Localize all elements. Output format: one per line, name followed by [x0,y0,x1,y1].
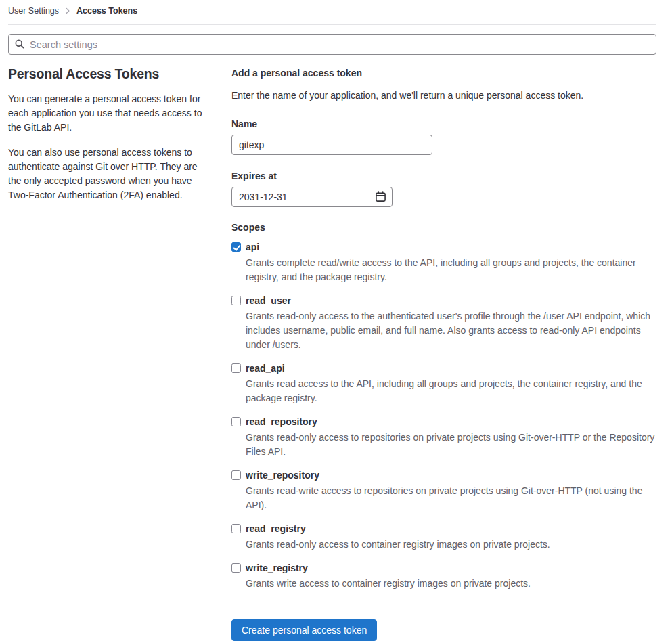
scope-description: Grants complete read/write access to the… [246,256,656,284]
expires-at-input[interactable] [231,187,393,207]
checkbox-read-api[interactable] [231,363,241,373]
scope-description: Grants read-write access to repositories… [246,484,656,512]
checkbox-api[interactable] [231,242,241,252]
scope-name[interactable]: write_registry [246,562,308,573]
calendar-icon[interactable] [375,191,386,202]
create-token-button[interactable]: Create personal access token [231,619,377,641]
scope-name[interactable]: read_registry [246,523,306,534]
section-description-column: Personal Access Tokens You can generate … [8,66,231,641]
scope-item-read-repository: read_repository Grants read-only access … [231,416,656,459]
search-icon [14,39,25,51]
scope-name[interactable]: read_api [246,363,285,374]
scope-description: Grants read-only access to container reg… [246,537,656,552]
settings-content: Personal Access Tokens You can generate … [8,66,656,641]
scopes-label: Scopes [231,222,656,233]
breadcrumb-user-settings[interactable]: User Settings [8,6,59,16]
expires-at-label: Expires at [231,171,656,181]
scope-name[interactable]: write_repository [246,470,319,481]
search-bar [8,34,656,55]
breadcrumb-access-tokens: Access Tokens [76,6,137,16]
scope-description: Grants read-only access to repositories … [246,430,656,459]
checkbox-read-registry[interactable] [231,524,241,533]
checkbox-write-registry[interactable] [231,563,241,573]
page-title: Personal Access Tokens [8,66,212,82]
checkbox-read-repository[interactable] [231,417,241,426]
name-label: Name [231,118,656,129]
breadcrumb: User Settings Access Tokens [8,5,656,16]
scope-item-read-registry: read_registry Grants read-only access to… [231,523,656,552]
scope-item-write-registry: write_registry Grants write access to co… [231,562,656,591]
search-input[interactable] [8,34,656,55]
scope-description: Grants read access to the API, including… [246,377,656,405]
scope-item-api: api Grants complete read/write access to… [231,242,656,284]
scope-item-read-api: read_api Grants read access to the API, … [231,363,656,405]
header-divider [8,24,656,25]
checkbox-write-repository[interactable] [231,470,241,480]
settings-page: User Settings Access Tokens Personal Acc… [0,0,672,641]
scope-name[interactable]: read_repository [246,416,317,427]
form-description: Enter the name of your application, and … [231,89,656,103]
token-name-input[interactable] [231,135,432,155]
add-token-form: Add a personal access token Enter the na… [231,66,656,641]
checkbox-read-user[interactable] [231,296,241,305]
section-paragraph: You can generate a personal access token… [8,92,212,135]
scope-name[interactable]: api [246,242,259,252]
scope-description: Grants read-only access to the authentic… [246,309,656,352]
form-title: Add a personal access token [231,68,656,79]
scope-item-write-repository: write_repository Grants read-write acces… [231,470,656,512]
chevron-right-icon [65,7,70,14]
scope-description: Grants write access to container registr… [246,577,656,591]
expires-at-field [231,187,393,207]
scope-name[interactable]: read_user [246,295,291,306]
section-paragraph: You can also use personal access tokens … [8,146,212,202]
scope-item-read-user: read_user Grants read-only access to the… [231,295,656,352]
